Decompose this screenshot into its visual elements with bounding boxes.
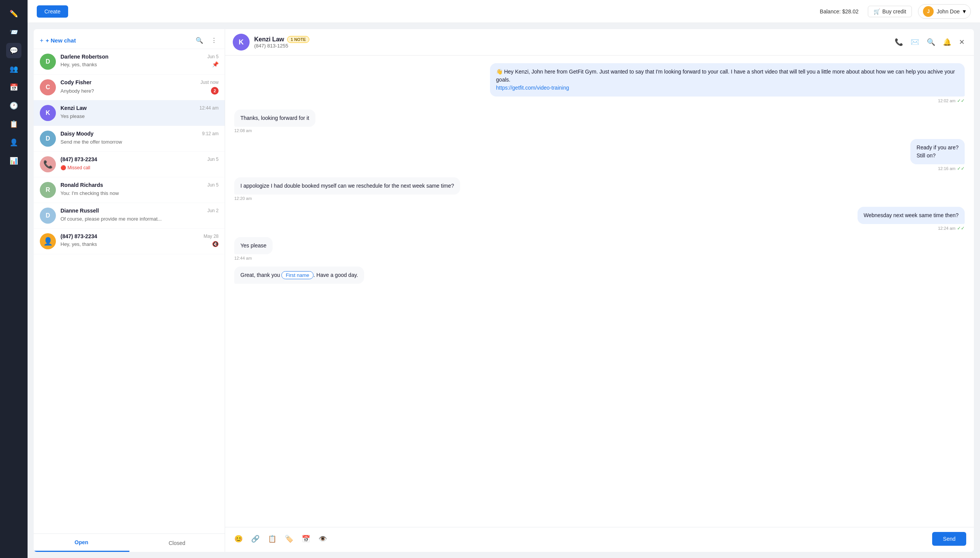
contact-phone: (847) 813-1255 <box>254 43 888 49</box>
nav-calendar[interactable]: 📅 <box>6 80 21 95</box>
search-messages-button[interactable]: 🔍 <box>925 36 937 48</box>
emoji-button[interactable]: 😊 <box>233 533 244 545</box>
message-meta-1: 12:02 am ✓✓ <box>938 98 965 103</box>
message-time-2: 12:08 am <box>234 128 252 133</box>
message-meta-5: 12:24 am ✓✓ <box>938 226 965 231</box>
attachment-button[interactable]: 🔗 <box>250 533 261 545</box>
search-button[interactable]: 🔍 <box>194 35 205 46</box>
chat-preview-ronald: You: I'm checking this now <box>61 190 119 196</box>
message-check-5: ✓✓ <box>957 226 965 231</box>
chat-item-darlene[interactable]: D Darlene Robertson Jun 5 Hey, yes, than… <box>34 49 225 75</box>
chat-time-phone2: May 28 <box>204 234 219 239</box>
avatar-kenzi: K <box>40 105 56 121</box>
message-meta-3: 12:16 am ✓✓ <box>938 166 965 171</box>
avatar-phone1: 📞 <box>40 156 56 172</box>
message-4: I appologize I had double booked myself … <box>234 177 460 201</box>
message-bubble-7: Great, thank you First name. Have a good… <box>234 267 364 284</box>
nav-compose[interactable]: ✏️ <box>6 6 21 21</box>
notification-button[interactable]: 🔔 <box>941 36 953 48</box>
create-button[interactable]: Create <box>37 5 68 18</box>
message-text-4: I appologize I had double booked myself … <box>241 183 454 189</box>
main-area: Create Balance: $28.02 🛒 Buy credit J Jo… <box>28 0 980 558</box>
avatar-phone2: 👤 <box>40 233 56 249</box>
chat-preview-cody: Anybody here? <box>61 88 94 94</box>
message-link-1[interactable]: https://getfit.com/video-training <box>496 85 569 91</box>
messages-area: 👋 Hey Kenzi, John here from GetFit Gym. … <box>225 56 974 527</box>
send-button[interactable]: Send <box>932 532 966 546</box>
chat-preview-daisy: Send me the offer tomorrow <box>61 139 122 145</box>
left-nav: ✏️ 📨 💬 👥 📅 🕐 📋 👤 📊 <box>0 0 28 558</box>
message-time-5: 12:24 am <box>938 226 955 231</box>
chat-info-kenzi: Kenzi Law 12:44 am Yes please <box>61 105 219 120</box>
message-text-6: Yes please <box>241 243 267 249</box>
chat-info-ronald: Ronald Richards Jun 5 You: I'm checking … <box>61 182 219 197</box>
tab-closed[interactable]: Closed <box>129 534 225 552</box>
buy-credit-label: Buy credit <box>882 8 906 15</box>
new-chat-button[interactable]: + + New chat <box>40 37 76 44</box>
tab-open[interactable]: Open <box>34 534 129 552</box>
message-text-3: Ready if you are?Still on? <box>916 144 959 159</box>
chat-item-dianne[interactable]: D Dianne Russell Jun 2 Of course, please… <box>34 203 225 229</box>
message-time-4: 12:20 am <box>234 196 252 201</box>
bot-button[interactable]: 👁️ <box>317 533 329 545</box>
schedule-button[interactable]: 📅 <box>300 533 312 545</box>
chat-time-daisy: 9:12 am <box>202 131 219 136</box>
nav-team[interactable]: 👤 <box>6 135 21 150</box>
new-chat-label: + New chat <box>46 37 76 44</box>
message-meta-2: 12:08 am <box>234 128 252 133</box>
message-text-2: Thanks, looking forward for it <box>241 115 309 121</box>
chat-time-dianne: Jun 2 <box>208 208 219 213</box>
message-check-3: ✓✓ <box>957 166 965 171</box>
message-text-after-7: . Have a good day. <box>314 272 358 278</box>
chat-header: K Kenzi Law 1 NOTE (847) 813-1255 📞 ✉️ 🔍… <box>225 29 974 56</box>
chat-preview-kenzi: Yes please <box>61 113 85 119</box>
user-menu[interactable]: J John Doe ▾ <box>918 4 971 19</box>
chat-info-cody: Cody Fisher Just now Anybody here? 2 <box>61 79 219 95</box>
nav-history[interactable]: 🕐 <box>6 98 21 113</box>
chat-info-daisy: Daisy Moody 9:12 am Send me the offer to… <box>61 131 219 145</box>
chat-info-dianne: Dianne Russell Jun 2 Of course, please p… <box>61 208 219 222</box>
chat-preview-dianne: Of course, please provide me more inform… <box>61 216 162 222</box>
chat-item-daisy[interactable]: D Daisy Moody 9:12 am Send me the offer … <box>34 126 225 152</box>
nav-inbox[interactable]: 📨 <box>6 25 21 40</box>
avatar-daisy: D <box>40 131 56 147</box>
chat-preview-darlene: Hey, yes, thanks <box>61 62 97 67</box>
chat-item-ronald[interactable]: R Ronald Richards Jun 5 You: I'm checkin… <box>34 177 225 203</box>
nav-tasks[interactable]: 📋 <box>6 117 21 132</box>
message-time-1: 12:02 am <box>938 98 955 103</box>
nav-chat[interactable]: 💬 <box>6 43 21 58</box>
chat-item-cody[interactable]: C Cody Fisher Just now Anybody here? 2 <box>34 75 225 100</box>
chat-item-kenzi[interactable]: K Kenzi Law 12:44 am Yes please <box>34 100 225 126</box>
chat-header-info: Kenzi Law 1 NOTE (847) 813-1255 <box>254 36 888 49</box>
message-time-3: 12:16 am <box>938 166 955 171</box>
mute-icon: 🔇 <box>212 241 219 247</box>
message-text-before-7: Great, thank you <box>241 272 281 278</box>
nav-contacts[interactable]: 👥 <box>6 61 21 77</box>
avatar-darlene: D <box>40 54 56 70</box>
chat-header-avatar: K <box>233 34 250 51</box>
email-button[interactable]: ✉️ <box>909 36 921 48</box>
more-options-button[interactable]: ⋮ <box>209 35 219 46</box>
buy-credit-button[interactable]: 🛒 Buy credit <box>868 6 912 17</box>
message-5: Webnesday next week same time then? 12:2… <box>857 207 965 231</box>
tag-button[interactable]: 🏷️ <box>283 533 295 545</box>
plus-icon: + <box>40 37 43 44</box>
chat-item-phone2[interactable]: 👤 (847) 873-2234 May 28 Hey, yes, thanks… <box>34 229 225 254</box>
call-button[interactable]: 📞 <box>893 36 905 48</box>
nav-analytics[interactable]: 📊 <box>6 153 21 169</box>
template-variable-firstname[interactable]: First name <box>281 271 313 279</box>
chat-window: K Kenzi Law 1 NOTE (847) 813-1255 📞 ✉️ 🔍… <box>225 29 974 552</box>
chat-name-ronald: Ronald Richards <box>61 182 103 188</box>
user-avatar: J <box>923 6 934 17</box>
chat-info-phone2: (847) 873-2234 May 28 Hey, yes, thanks 🔇 <box>61 233 219 247</box>
chat-item-phone1[interactable]: 📞 (847) 873-2234 Jun 5 🔴 Missed call <box>34 152 225 177</box>
chat-name-daisy: Daisy Moody <box>61 131 93 137</box>
message-3: Ready if you are?Still on? 12:16 am ✓✓ <box>910 139 965 171</box>
close-chat-button[interactable]: ✕ <box>957 36 966 48</box>
input-toolbar: 😊 🔗 📋 🏷️ 📅 👁️ Send <box>233 532 966 546</box>
top-bar: Create Balance: $28.02 🛒 Buy credit J Jo… <box>28 0 980 23</box>
chat-list-header-icons: 🔍 ⋮ <box>194 35 219 46</box>
template-button[interactable]: 📋 <box>267 533 278 545</box>
message-text-5: Webnesday next week same time then? <box>864 212 959 218</box>
message-bubble-4: I appologize I had double booked myself … <box>234 177 460 195</box>
